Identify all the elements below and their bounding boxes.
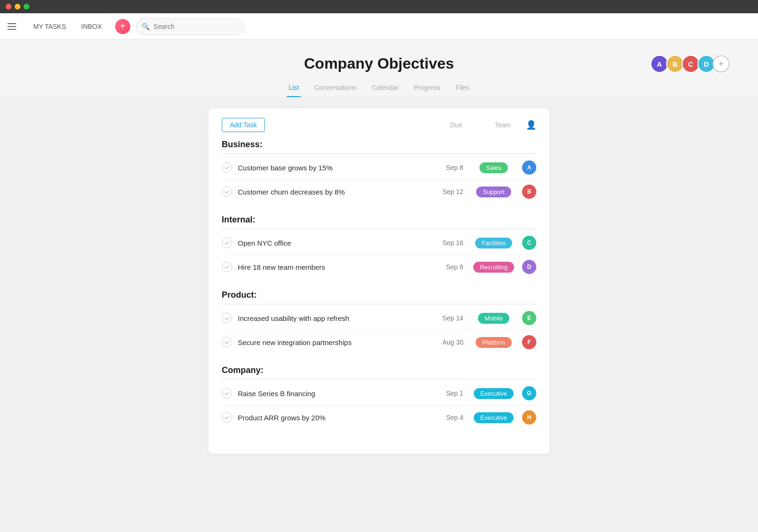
section-title-0: Business: <box>222 140 536 154</box>
nav-links: MY TASKS INBOX <box>26 23 109 30</box>
avatar-group: A B C D <box>650 55 715 73</box>
task-team-badge[interactable]: Executive <box>471 388 516 399</box>
team-badge-label: Sales <box>479 162 508 173</box>
task-name: Customer base grows by 15% <box>238 164 435 172</box>
section-title-2: Product: <box>222 290 536 304</box>
task-team-badge[interactable]: Facilities <box>471 238 516 248</box>
task-team-badge[interactable]: Support <box>471 186 516 197</box>
page-title: Company Objectives <box>0 55 758 72</box>
traffic-light-red[interactable] <box>6 4 11 9</box>
my-tasks-link[interactable]: MY TASKS <box>26 23 73 30</box>
task-team-badge[interactable]: Recruiting <box>471 262 516 273</box>
column-headers: Due Team 👤 <box>450 120 536 130</box>
task-due-date: Sep 4 <box>435 414 463 421</box>
task-checkbox[interactable] <box>222 262 232 272</box>
hamburger-icon[interactable] <box>8 23 16 30</box>
traffic-light-green[interactable] <box>24 4 29 9</box>
avatar-label: E <box>527 315 531 321</box>
task-checkbox[interactable] <box>222 337 232 347</box>
task-name: Hire 18 new team members <box>238 263 435 271</box>
task-due-date: Sep 8 <box>435 164 463 171</box>
team-badge-label: Executive <box>474 388 514 399</box>
section-title-3: Company: <box>222 365 536 380</box>
table-row: Product ARR grows by 20% Sep 4 Executive… <box>222 406 536 429</box>
add-task-button[interactable]: Add Task <box>222 118 265 132</box>
task-name: Increased usability with app refresh <box>238 314 435 322</box>
task-assignee-avatar[interactable]: E <box>522 311 536 325</box>
task-team-badge[interactable]: Sales <box>471 162 516 173</box>
tab-progress[interactable]: Progress <box>412 80 442 97</box>
task-due-date: Sep 6 <box>435 263 463 271</box>
team-badge-label: Support <box>476 186 511 197</box>
search-input[interactable] <box>136 18 244 35</box>
tabs: List Conversations Calendar Progress Fil… <box>0 80 758 97</box>
table-row: Raise Series B financing Sep 1 Executive… <box>222 381 536 406</box>
avatar-label: H <box>527 414 532 421</box>
avatar-label: G <box>527 390 531 397</box>
table-row: Increased usability with app refresh Sep… <box>222 306 536 330</box>
inbox-link[interactable]: INBOX <box>73 23 109 30</box>
table-row: Customer churn decreases by 8% Sep 12 Su… <box>222 180 536 204</box>
task-checkbox[interactable] <box>222 186 232 197</box>
traffic-light-yellow[interactable] <box>15 4 20 9</box>
search-wrapper: 🔍 <box>136 18 373 35</box>
avatar-label: D <box>527 264 532 270</box>
task-assignee-avatar[interactable]: C <box>522 236 536 250</box>
task-due-date: Sep 1 <box>435 390 463 397</box>
avatar-label: F <box>527 339 531 346</box>
task-assignee-avatar[interactable]: B <box>522 185 536 199</box>
task-due-date: Sep 16 <box>435 239 463 247</box>
main-content: Add Task Due Team 👤 Business: Customer b… <box>0 97 758 532</box>
add-member-button[interactable]: + <box>713 55 730 72</box>
section-2: Product: Increased usability with app re… <box>222 290 536 354</box>
task-checkbox[interactable] <box>222 238 232 248</box>
task-name: Secure new integration partnerships <box>238 338 435 346</box>
tab-calendar[interactable]: Calendar <box>370 80 400 97</box>
avatar-label: A <box>527 164 532 171</box>
task-due-date: Aug 30 <box>435 338 463 346</box>
task-name: Product ARR grows by 20% <box>238 414 435 422</box>
task-team-badge[interactable]: Mobile <box>471 313 516 324</box>
task-assignee-avatar[interactable]: A <box>522 160 536 175</box>
team-badge-label: Facilities <box>475 238 513 248</box>
task-assignee-avatar[interactable]: H <box>522 410 536 425</box>
member-avatars: A B C D + <box>650 55 730 73</box>
task-checkbox[interactable] <box>222 313 232 323</box>
task-name: Open NYC office <box>238 239 435 247</box>
task-name: Raise Series B financing <box>238 390 435 398</box>
task-name: Customer churn decreases by 8% <box>238 188 435 196</box>
tab-list[interactable]: List <box>287 80 301 97</box>
task-container: Add Task Due Team 👤 Business: Customer b… <box>208 108 550 454</box>
section-3: Company: Raise Series B financing Sep 1 … <box>222 365 536 429</box>
top-nav: MY TASKS INBOX + 🔍 <box>0 13 758 40</box>
task-checkbox[interactable] <box>222 162 232 173</box>
col-due-label: Due <box>450 121 462 129</box>
tab-files[interactable]: Files <box>453 80 471 97</box>
task-due-date: Sep 14 <box>435 314 463 322</box>
task-team-badge[interactable]: Executive <box>471 412 516 423</box>
task-assignee-avatar[interactable]: F <box>522 335 536 349</box>
table-row: Hire 18 new team members Sep 6 Recruitin… <box>222 255 536 279</box>
add-button[interactable]: + <box>115 19 130 34</box>
task-assignee-avatar[interactable]: G <box>522 386 536 400</box>
col-team-label: Team <box>495 121 511 129</box>
table-row: Secure new integration partnerships Aug … <box>222 330 536 354</box>
section-1: Internal: Open NYC office Sep 16 Facilit… <box>222 215 536 279</box>
avatar-label: C <box>527 239 532 246</box>
task-team-badge[interactable]: Platform <box>471 337 516 348</box>
task-header-row: Add Task Due Team 👤 <box>222 118 536 132</box>
table-row: Open NYC office Sep 16 Facilities C <box>222 231 536 255</box>
task-checkbox[interactable] <box>222 388 232 399</box>
task-assignee-avatar[interactable]: D <box>522 260 536 274</box>
sections-container: Business: Customer base grows by 15% Sep… <box>222 140 536 429</box>
section-title-1: Internal: <box>222 215 536 229</box>
tab-conversations[interactable]: Conversations <box>312 80 359 97</box>
search-icon: 🔍 <box>142 23 150 30</box>
team-badge-label: Platform <box>476 337 512 348</box>
section-0: Business: Customer base grows by 15% Sep… <box>222 140 536 204</box>
team-badge-label: Mobile <box>478 313 509 324</box>
task-due-date: Sep 12 <box>435 188 463 195</box>
team-badge-label: Recruiting <box>473 262 514 273</box>
task-checkbox[interactable] <box>222 412 232 423</box>
team-badge-label: Executive <box>474 412 514 423</box>
